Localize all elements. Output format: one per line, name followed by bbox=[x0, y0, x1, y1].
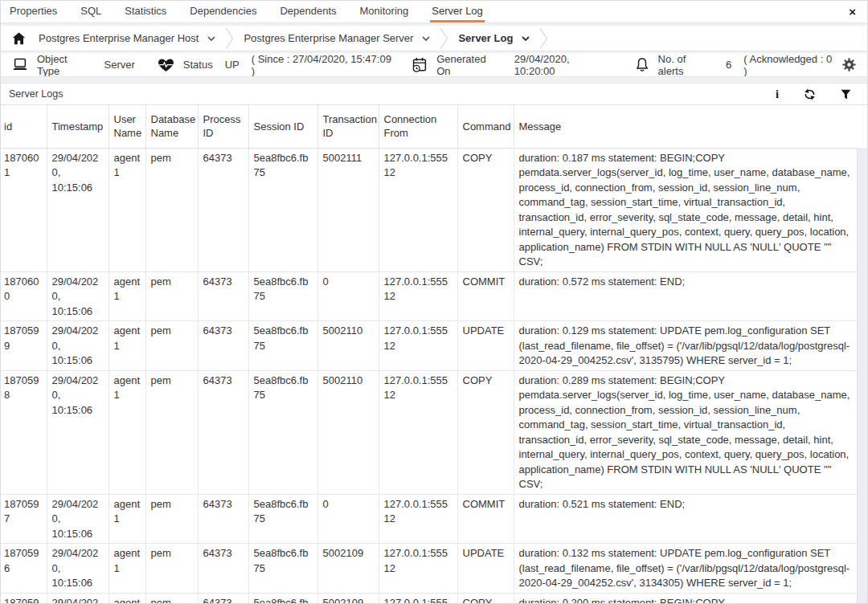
column-header-transaction-id[interactable]: Transaction ID bbox=[317, 105, 379, 148]
cell-message: duration: 0.129 ms statement: UPDATE pem… bbox=[514, 321, 857, 371]
table-row[interactable]: 187060029/04/2020, 10:15:06agent1pem6437… bbox=[1, 271, 857, 321]
cell-process-id: 64373 bbox=[198, 494, 248, 544]
breadcrumb-item-server-log[interactable]: Server Log bbox=[458, 32, 530, 44]
column-header-session-id[interactable]: Session ID bbox=[248, 105, 317, 148]
monitor-icon bbox=[12, 58, 28, 71]
column-header-connection-from[interactable]: Connection From bbox=[379, 105, 457, 148]
filter-icon[interactable] bbox=[841, 89, 851, 100]
cell-user-name: agent1 bbox=[108, 321, 145, 371]
cell-id: 1870601 bbox=[1, 148, 47, 271]
cell-timestamp: 29/04/2020, 10:15:06 bbox=[47, 321, 108, 371]
cell-connection-from: 127.0.0.1:55512 bbox=[379, 370, 457, 494]
cell-id: 1870596 bbox=[1, 544, 47, 594]
tab-monitoring[interactable]: Monitoring bbox=[358, 1, 411, 22]
cell-connection-from: 127.0.0.1:55512 bbox=[379, 321, 457, 371]
cell-message: duration: 0.289 ms statement: BEGIN;COPY… bbox=[514, 370, 857, 494]
status-since: ( Since : 27/04/2020, 15:47:09 ) bbox=[252, 53, 396, 77]
log-table: idTimestampUser NameDatabase NameProcess… bbox=[1, 105, 857, 603]
chevron-down-icon bbox=[207, 36, 215, 41]
tab-statistics[interactable]: Statistics bbox=[123, 1, 168, 22]
cell-process-id: 64373 bbox=[198, 321, 248, 371]
cell-timestamp: 29/04/2020, 10:15:06 bbox=[47, 370, 108, 494]
cell-command: UPDATE bbox=[457, 544, 514, 594]
breadcrumb-item-server[interactable]: Postgres Enterprise Manager Server bbox=[244, 32, 430, 44]
table-row[interactable]: 187059629/04/2020, 10:15:06agent1pem6437… bbox=[1, 544, 857, 594]
column-header-message[interactable]: Message bbox=[514, 105, 857, 148]
cell-session-id: 5ea8fbc6.fb75 bbox=[248, 593, 317, 603]
alerts-label: No. of alerts bbox=[658, 53, 714, 77]
server-log-window: Properties SQL Statistics Dependencies D… bbox=[0, 0, 868, 604]
gear-icon[interactable] bbox=[842, 58, 856, 71]
heartbeat-icon bbox=[158, 58, 174, 72]
cell-connection-from: 127.0.0.1:55512 bbox=[379, 494, 457, 544]
breadcrumb-separator-icon bbox=[225, 27, 234, 51]
breadcrumb-separator-icon bbox=[440, 27, 448, 51]
cell-transaction-id: 5002109 bbox=[317, 593, 379, 603]
refresh-icon[interactable] bbox=[804, 88, 816, 100]
cell-id: 1870600 bbox=[1, 271, 47, 321]
cell-command: COPY bbox=[457, 593, 514, 603]
table-row[interactable]: 187059729/04/2020, 10:15:06agent1pem6437… bbox=[1, 494, 857, 544]
cell-user-name: agent1 bbox=[108, 544, 145, 594]
vertical-scrollbar[interactable] bbox=[857, 148, 867, 603]
column-header-id[interactable]: id bbox=[1, 105, 47, 148]
column-header-command[interactable]: Command bbox=[457, 105, 514, 148]
cell-database-name: pem bbox=[145, 271, 198, 321]
panel-title: Server Logs bbox=[9, 88, 63, 100]
cell-user-name: agent1 bbox=[108, 370, 145, 494]
info-bar: Object Type Server Status UP ( Since : 2… bbox=[1, 53, 867, 76]
table-row[interactable]: 187059529/04/2020, 10:15:06agent1pem6437… bbox=[1, 593, 857, 603]
breadcrumb-label: Postgres Enterprise Manager Host bbox=[39, 32, 199, 44]
cell-user-name: agent1 bbox=[108, 593, 145, 603]
cell-message: duration: 0.200 ms statement: BEGIN;COPY… bbox=[514, 593, 857, 603]
cell-timestamp: 29/04/2020, 10:15:06 bbox=[47, 148, 108, 271]
cell-process-id: 64373 bbox=[198, 544, 248, 594]
home-icon[interactable] bbox=[12, 32, 26, 45]
cell-timestamp: 29/04/2020, 10:15:06 bbox=[47, 544, 108, 594]
cell-message: duration: 0.521 ms statement: END; bbox=[514, 494, 857, 544]
breadcrumb-item-host[interactable]: Postgres Enterprise Manager Host bbox=[39, 32, 215, 44]
cell-timestamp: 29/04/2020, 10:15:06 bbox=[47, 271, 108, 321]
cell-database-name: pem bbox=[145, 370, 198, 494]
alerts-acknowledged: ( Acknowledged : 0 ) bbox=[743, 53, 837, 77]
cell-id: 1870599 bbox=[1, 321, 47, 371]
cell-message: duration: 0.572 ms statement: END; bbox=[514, 271, 857, 321]
table-row[interactable]: 187060129/04/2020, 10:15:06agent1pem6437… bbox=[1, 148, 857, 271]
calendar-clock-icon bbox=[411, 57, 428, 73]
cell-command: UPDATE bbox=[457, 321, 514, 371]
column-header-process-id[interactable]: Process ID bbox=[198, 105, 248, 148]
table-row[interactable]: 187059929/04/2020, 10:15:06agent1pem6437… bbox=[1, 321, 857, 371]
cell-session-id: 5ea8fbc6.fb75 bbox=[248, 148, 317, 271]
info-icon[interactable]: i bbox=[776, 88, 779, 100]
cell-command: COMMIT bbox=[457, 494, 514, 544]
tab-sql[interactable]: SQL bbox=[79, 1, 103, 22]
table-row[interactable]: 187059829/04/2020, 10:15:06agent1pem6437… bbox=[1, 370, 857, 494]
tab-dependencies[interactable]: Dependencies bbox=[188, 1, 258, 22]
tab-server-log[interactable]: Server Log bbox=[430, 1, 485, 22]
cell-session-id: 5ea8fbc6.fb75 bbox=[248, 370, 317, 494]
cell-connection-from: 127.0.0.1:55512 bbox=[379, 271, 457, 321]
cell-process-id: 64373 bbox=[198, 593, 248, 603]
alerts-count: 6 bbox=[726, 59, 731, 71]
column-header-user-name[interactable]: User Name bbox=[108, 105, 145, 148]
tab-properties[interactable]: Properties bbox=[8, 1, 59, 22]
tab-dependents[interactable]: Dependents bbox=[278, 1, 338, 22]
cell-id: 1870598 bbox=[1, 370, 47, 494]
cell-message: duration: 0.187 ms statement: BEGIN;COPY… bbox=[514, 148, 857, 271]
column-header-timestamp[interactable]: Timestamp bbox=[47, 105, 108, 148]
chevron-down-icon bbox=[422, 36, 430, 41]
panel-header: Server Logs i bbox=[1, 84, 867, 105]
cell-database-name: pem bbox=[145, 544, 198, 594]
breadcrumb-label: Server Log bbox=[458, 32, 513, 44]
column-header-database-name[interactable]: Database Name bbox=[145, 105, 198, 148]
breadcrumb-label: Postgres Enterprise Manager Server bbox=[244, 32, 413, 44]
cell-connection-from: 127.0.0.1:55512 bbox=[379, 593, 457, 603]
chevron-down-icon bbox=[522, 36, 530, 41]
cell-transaction-id: 5002109 bbox=[317, 544, 379, 594]
cell-transaction-id: 0 bbox=[317, 494, 379, 544]
cell-database-name: pem bbox=[145, 148, 198, 271]
cell-connection-from: 127.0.0.1:55512 bbox=[379, 544, 457, 594]
cell-user-name: agent1 bbox=[108, 494, 145, 544]
close-icon[interactable]: × bbox=[849, 1, 856, 22]
breadcrumb: Postgres Enterprise Manager Host Postgre… bbox=[1, 26, 867, 51]
